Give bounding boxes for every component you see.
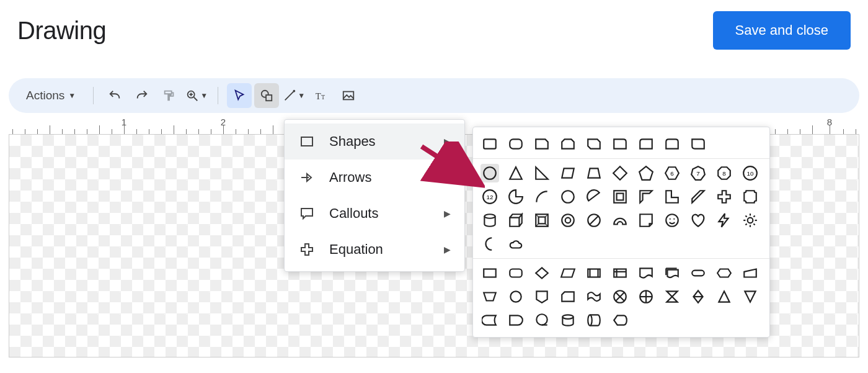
shape-display[interactable]: [611, 311, 629, 330]
submenu-arrow-icon: ▶: [444, 137, 451, 146]
shape-parallelogram[interactable]: [559, 164, 577, 182]
shape-snip-diagonal[interactable]: [585, 135, 603, 153]
shape-octagon[interactable]: 8: [715, 164, 733, 182]
shape-rectangle[interactable]: [480, 135, 499, 153]
shape-diamond[interactable]: [611, 164, 629, 182]
svg-text:T: T: [321, 94, 325, 101]
shape-internal-storage[interactable]: [611, 264, 629, 282]
menu-item-shapes[interactable]: Shapes ▶: [285, 124, 464, 160]
palette-section-1: [473, 130, 769, 158]
zoom-button[interactable]: ▼: [184, 83, 209, 108]
shape-stored-data[interactable]: [480, 311, 499, 330]
redo-icon: [135, 89, 149, 102]
shape-chord[interactable]: [585, 187, 603, 206]
shape-snip-top[interactable]: [559, 135, 577, 153]
dialog-title: Drawing: [17, 17, 106, 45]
shape-connector[interactable]: [507, 287, 525, 306]
shape-manual-op[interactable]: [480, 287, 499, 306]
shape-arc[interactable]: [533, 187, 551, 206]
save-and-close-button[interactable]: Save and close: [713, 11, 851, 50]
undo-button[interactable]: [102, 83, 127, 108]
shape-multidocument[interactable]: [663, 264, 681, 282]
textbox-tool-button[interactable]: TT: [309, 83, 334, 108]
shape-sun[interactable]: [741, 211, 760, 230]
shape-l-shape[interactable]: [663, 187, 681, 206]
shape-can[interactable]: [480, 211, 499, 230]
menu-item-arrows[interactable]: Arrows ▶: [285, 160, 464, 195]
svg-point-52: [510, 291, 521, 302]
image-tool-button[interactable]: [336, 83, 361, 108]
shape-cube[interactable]: [507, 211, 525, 230]
shape-extract[interactable]: [715, 287, 733, 306]
shape-tool-button[interactable]: [254, 83, 279, 108]
actions-label: Actions: [26, 89, 64, 102]
shape-heptagon[interactable]: 7: [689, 164, 707, 182]
shape-round-top[interactable]: [663, 135, 681, 153]
shape-preparation[interactable]: [715, 264, 733, 282]
shape-alt-process[interactable]: [507, 264, 525, 282]
shape-bevel[interactable]: [533, 211, 551, 230]
shape-predefined[interactable]: [585, 264, 603, 282]
shape-magnetic-disk[interactable]: [559, 311, 577, 330]
shape-offpage[interactable]: [533, 287, 551, 306]
undo-icon: [108, 89, 122, 102]
svg-rect-23: [617, 194, 624, 200]
shape-card[interactable]: [559, 287, 577, 306]
shape-round-single-1[interactable]: [611, 135, 629, 153]
shape-lightning[interactable]: [715, 211, 733, 230]
shape-delay[interactable]: [507, 311, 525, 330]
shape-summing[interactable]: [611, 287, 629, 306]
paint-format-button[interactable]: [157, 83, 182, 108]
shape-triangle[interactable]: [507, 164, 525, 182]
menu-item-callouts[interactable]: Callouts ▶: [285, 195, 464, 231]
redo-button[interactable]: [130, 83, 154, 108]
shape-teardrop[interactable]: [559, 187, 577, 206]
shape-moon[interactable]: [480, 235, 499, 253]
shape-plaque[interactable]: [741, 187, 760, 206]
shape-decision[interactable]: [533, 264, 551, 282]
shape-terminator[interactable]: [689, 264, 707, 282]
shape-diagonal-stripe[interactable]: [689, 187, 707, 206]
shape-collate[interactable]: [663, 287, 681, 306]
shape-round-diagonal[interactable]: [689, 135, 707, 153]
shape-half-frame[interactable]: [637, 187, 655, 206]
shape-data[interactable]: [559, 264, 577, 282]
shape-frame[interactable]: [611, 187, 629, 206]
shape-no-symbol[interactable]: [585, 211, 603, 230]
shape-decagon[interactable]: 10: [741, 164, 760, 182]
shape-cross[interactable]: [715, 187, 733, 206]
shape-merge[interactable]: [741, 287, 760, 306]
shape-heart[interactable]: [689, 211, 707, 230]
select-tool-button[interactable]: [227, 83, 252, 108]
actions-menu-button[interactable]: Actions ▼: [17, 83, 84, 108]
shape-sort[interactable]: [689, 287, 707, 306]
shape-pie[interactable]: [507, 187, 525, 206]
shape-donut[interactable]: [559, 211, 577, 230]
shape-smiley[interactable]: [663, 211, 681, 230]
paint-roller-icon: [162, 89, 176, 102]
shape-document[interactable]: [637, 264, 655, 282]
shape-cloud[interactable]: [507, 235, 525, 253]
menu-label: Shapes: [329, 133, 376, 150]
shape-right-triangle[interactable]: [533, 164, 551, 182]
shape-round-single-2[interactable]: [637, 135, 655, 153]
svg-text:8: 8: [722, 170, 725, 177]
textbox-icon: TT: [314, 89, 328, 102]
shape-direct-access[interactable]: [585, 311, 603, 330]
shape-oval[interactable]: [480, 164, 499, 182]
shape-folded-corner[interactable]: [637, 211, 655, 230]
shape-block-arc[interactable]: [611, 211, 629, 230]
shape-snip-single[interactable]: [533, 135, 551, 153]
menu-item-equation[interactable]: Equation ▶: [285, 231, 464, 267]
shape-manual-input[interactable]: [741, 264, 760, 282]
shape-rounded-rectangle[interactable]: [507, 135, 525, 153]
shape-or[interactable]: [637, 287, 655, 306]
line-tool-button[interactable]: ▼: [281, 83, 306, 108]
shape-dodecagon[interactable]: 12: [480, 187, 499, 206]
shape-hexagon[interactable]: 6: [663, 164, 681, 182]
shape-seq-access[interactable]: [533, 311, 551, 330]
shape-pentagon[interactable]: [637, 164, 655, 182]
shape-trapezoid[interactable]: [585, 164, 603, 182]
shape-punched-tape[interactable]: [585, 287, 603, 306]
shape-process[interactable]: [480, 264, 499, 282]
